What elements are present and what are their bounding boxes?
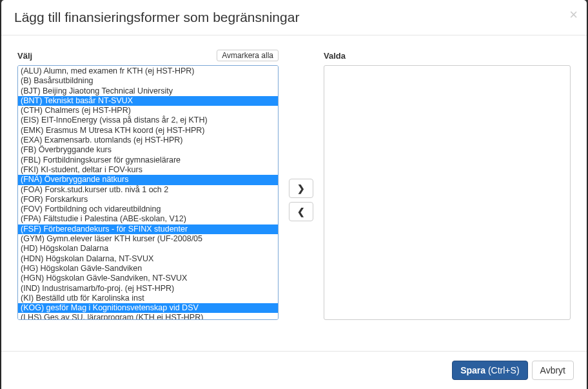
available-column: Välj Avmarkera alla (ALU) Alumn, med exa… <box>17 48 279 351</box>
list-item[interactable]: (FNÄ) Överbryggande nätkurs <box>18 175 278 185</box>
list-item[interactable]: (LHS) Ges av SU, lärarprogram (KTH ej HS… <box>18 313 278 320</box>
list-item[interactable]: (BNT) Tekniskt basår NT-SVUX <box>18 96 278 106</box>
move-left-button[interactable]: ❮ <box>289 202 313 221</box>
selected-listbox[interactable] <box>324 65 571 320</box>
transfer-buttons: ❯ ❮ <box>285 48 317 351</box>
list-item[interactable]: (FOA) Forsk.stud.kurser utb. nivå 1 och … <box>18 185 278 195</box>
list-item[interactable]: (FSF) Förberedandekurs - för SFINX stude… <box>18 224 278 234</box>
modal-title: Lägg till finansieringsformer som begrän… <box>14 10 574 25</box>
list-item[interactable]: (FOR) Forskarkurs <box>18 195 278 204</box>
chevron-right-icon: ❯ <box>297 183 305 194</box>
modal-header: Lägg till finansieringsformer som begrän… <box>1 0 587 35</box>
deselect-all-button[interactable]: Avmarkera alla <box>217 50 279 61</box>
chevron-left-icon: ❮ <box>297 206 305 217</box>
available-listbox[interactable]: (ALU) Alumn, med examen fr KTH (ej HST-H… <box>17 65 279 320</box>
list-item[interactable]: (FBL) Fortbildningskurser för gymnasielä… <box>18 155 278 165</box>
list-item[interactable]: (B) Basårsutbildning <box>18 76 278 86</box>
list-item[interactable]: (FOV) Fortbildning och vidareutbildning <box>18 204 278 214</box>
list-item[interactable]: (KOG) gesför Mag i Kognitionsvetenskap v… <box>18 303 278 313</box>
list-item[interactable]: (FB) Överbryggande kurs <box>18 145 278 155</box>
list-item[interactable]: (BJT) Beijing Jiaotong Technical Univers… <box>18 86 278 96</box>
list-item[interactable]: (CTH) Chalmers (ej HST-HPR) <box>18 106 278 115</box>
list-item[interactable]: (ALU) Alumn, med examen fr KTH (ej HST-H… <box>18 66 278 76</box>
save-button-shortcut: (Ctrl+S) <box>488 365 520 375</box>
selected-header: Valda <box>324 48 571 63</box>
list-item[interactable]: (HG) Högskolan Gävle-Sandviken <box>18 264 278 274</box>
list-item[interactable]: (EMK) Erasmus M Utresa KTH koord (ej HST… <box>18 126 278 135</box>
available-label: Välj <box>17 51 32 61</box>
modal-dialog: Lägg till finansieringsformer som begrän… <box>1 0 587 389</box>
close-button[interactable]: × <box>569 6 578 23</box>
list-item[interactable]: (KI) Beställd utb för Karolinska inst <box>18 294 278 303</box>
cancel-button[interactable]: Avbryt <box>532 361 574 380</box>
list-item[interactable]: (EXA) Examensarb. utomlands (ej HST-HPR) <box>18 135 278 145</box>
available-header: Välj Avmarkera alla <box>17 48 279 63</box>
save-button[interactable]: Spara (Ctrl+S) <box>452 361 527 380</box>
list-item[interactable]: (HDN) Högskolan Dalarna, NT-SVUX <box>18 254 278 264</box>
modal-body: Välj Avmarkera alla (ALU) Alumn, med exa… <box>1 35 587 351</box>
save-button-label: Spara <box>460 365 485 375</box>
selected-label: Valda <box>324 51 346 61</box>
modal-footer: Spara (Ctrl+S) Avbryt <box>1 351 587 389</box>
list-item[interactable]: (FPA) Fältstudie i Palestina (ABE-skolan… <box>18 214 278 224</box>
list-item[interactable]: (HGN) Högskolan Gävle-Sandviken, NT-SVUX <box>18 274 278 283</box>
list-item[interactable]: (FKI) KI-student, deltar i FOV-kurs <box>18 165 278 175</box>
list-item[interactable]: (EIS) EIT-InnoEnergy (vissa på distans å… <box>18 115 278 125</box>
list-item[interactable]: (IND) Industrisamarb/fo-proj. (ej HST-HP… <box>18 284 278 294</box>
move-right-button[interactable]: ❯ <box>289 179 313 198</box>
list-item[interactable]: (HD) Högskolan Dalarna <box>18 244 278 254</box>
list-item[interactable]: (GYM) Gymn.elever läser KTH kurser (UF-2… <box>18 234 278 244</box>
selected-column: Valda <box>324 48 571 351</box>
